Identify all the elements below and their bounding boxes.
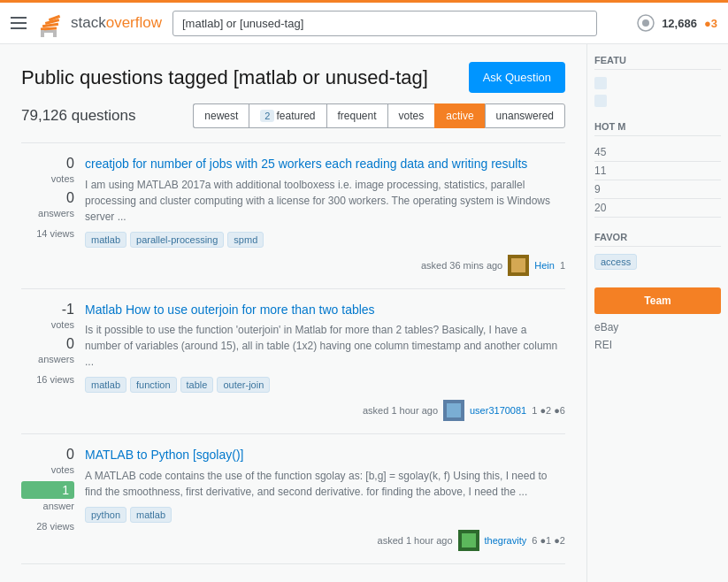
page-title: Public questions tagged [matlab or unuse… (21, 66, 428, 89)
list-item: 11 (594, 162, 721, 180)
list-item: 20 (594, 199, 721, 218)
answer-count: 0 answers (21, 190, 74, 219)
logo[interactable]: stackoverflow (37, 9, 162, 37)
question-tags: matlab function table outer-join (85, 377, 565, 393)
vote-count: 0 votes (21, 156, 74, 185)
featured-section: FEATU (594, 55, 721, 107)
question-list: 0 votes 0 answers 14 views creatjob for … (21, 142, 565, 564)
hot-section: HOT M 45 11 9 20 (594, 121, 721, 218)
question-title[interactable]: creatjob for number of jobs with 25 work… (85, 156, 565, 173)
tab-active[interactable]: active (434, 103, 484, 128)
page-header: Public questions tagged [matlab or unuse… (21, 62, 565, 93)
question-body: Matlab How to use outerjoin for more tha… (85, 302, 565, 422)
view-count: 16 views (21, 374, 74, 385)
tab-newest[interactable]: newest (193, 103, 249, 128)
tab-unanswered[interactable]: unanswered (485, 103, 565, 128)
answer-count: 0 answers (21, 336, 74, 365)
hot-number: 45 (594, 146, 606, 158)
question-title[interactable]: MATLAB to Python [sgolay()] (85, 447, 565, 464)
tag-python[interactable]: python (85, 507, 126, 523)
main-layout: Public questions tagged [matlab or unuse… (0, 44, 728, 582)
question-body: creatjob for number of jobs with 25 work… (85, 156, 565, 276)
answer-count: 1 answer (21, 481, 74, 512)
tag-matlab[interactable]: matlab (130, 507, 172, 523)
hamburger-menu[interactable] (11, 17, 27, 29)
asked-time: asked 1 hour ago (363, 405, 438, 416)
list-item (594, 95, 721, 107)
svg-rect-2 (42, 23, 58, 27)
question-stats: -1 votes 0 answers 16 views (21, 302, 74, 422)
user-reputation: 1 ●2 ●6 (532, 405, 565, 416)
list-item: eBay (594, 321, 721, 333)
search-input[interactable] (172, 11, 597, 36)
reputation-score: 12,686 (662, 17, 697, 30)
user-link[interactable]: Hein (534, 260, 555, 271)
svg-rect-5 (41, 30, 44, 37)
stackoverflow-logo-icon (37, 9, 65, 37)
header: stackoverflow 12,686 ●3 (0, 0, 728, 44)
sidebar-item-icon (594, 77, 607, 89)
svg-rect-12 (447, 403, 461, 417)
tag-table[interactable]: table (180, 377, 214, 393)
question-excerpt: A MATLAB code contains the use of the fu… (85, 468, 565, 500)
favorites-title: Favor (594, 232, 721, 247)
question-body: MATLAB to Python [sgolay()] A MATLAB cod… (85, 447, 565, 551)
tag-matlab[interactable]: matlab (85, 232, 126, 248)
team-item: REI (594, 339, 612, 351)
vote-count: -1 votes (21, 302, 74, 331)
view-count: 28 views (21, 521, 74, 532)
ask-question-button[interactable]: Ask Question (469, 62, 565, 93)
svg-rect-10 (511, 258, 525, 272)
tabs: newest 2featured frequent votes active u… (193, 103, 565, 128)
logo-text: stackoverflow (71, 14, 162, 32)
question-title[interactable]: Matlab How to use outerjoin for more tha… (85, 302, 565, 319)
reputation-badge: ●3 (704, 17, 717, 30)
sidebar-item-icon (594, 95, 607, 107)
user-link[interactable]: thegravity (485, 535, 527, 546)
question-tags: python matlab (85, 507, 565, 523)
svg-rect-14 (462, 533, 476, 548)
tag-matlab[interactable]: matlab (85, 377, 126, 393)
hot-number: 11 (594, 165, 606, 177)
featured-title: FEATU (594, 55, 721, 70)
question-stats: 0 votes 1 answer 28 views (21, 447, 74, 551)
list-item: 45 (594, 143, 721, 162)
favorite-tag[interactable]: access (594, 254, 637, 270)
question-meta: asked 1 hour ago user3170081 1 ●2 ●6 (85, 400, 565, 421)
hot-number: 20 (594, 202, 606, 214)
table-row: -1 votes 0 answers 16 views Matlab How t… (21, 289, 565, 435)
question-meta: asked 36 mins ago Hein 1 (85, 255, 565, 276)
avatar (443, 400, 464, 421)
user-link[interactable]: user3170081 (470, 405, 526, 416)
asked-time: asked 1 hour ago (378, 535, 453, 546)
achievements-icon[interactable] (637, 14, 655, 32)
view-count: 14 views (21, 228, 74, 239)
tag-function[interactable]: function (130, 377, 177, 393)
svg-rect-6 (53, 30, 57, 37)
tag-outer-join[interactable]: outer-join (217, 377, 270, 393)
sidebar: FEATU HOT M 45 11 9 20 Favor (586, 44, 728, 582)
team-section: Team eBay REI (594, 287, 721, 351)
user-reputation: 1 (560, 260, 565, 271)
favorites-section: Favor access (594, 232, 721, 273)
team-banner: Team (594, 287, 721, 314)
question-meta: asked 1 hour ago thegravity 6 ●1 ●2 (85, 530, 565, 551)
question-count: 79,126 questions (21, 107, 136, 125)
tag-parallel-processing[interactable]: parallel-processing (130, 232, 224, 248)
vote-count: 0 votes (21, 447, 74, 476)
header-right: 12,686 ●3 (637, 14, 717, 32)
list-item (594, 77, 721, 89)
tab-votes[interactable]: votes (387, 103, 435, 128)
question-excerpt: I am using MATLAB 2017a with additional … (85, 177, 565, 225)
content-area: Public questions tagged [matlab or unuse… (0, 44, 586, 582)
tab-featured-badge: 2 (260, 110, 274, 122)
avatar (508, 255, 529, 276)
tab-frequent[interactable]: frequent (326, 103, 387, 128)
tab-featured[interactable]: 2featured (249, 103, 326, 128)
question-stats: 0 votes 0 answers 14 views (21, 156, 74, 276)
svg-point-8 (642, 19, 649, 27)
user-reputation: 6 ●1 ●2 (532, 535, 565, 546)
tag-spmd[interactable]: spmd (227, 232, 264, 248)
team-item: eBay (594, 321, 618, 333)
hot-number: 9 (594, 183, 601, 195)
